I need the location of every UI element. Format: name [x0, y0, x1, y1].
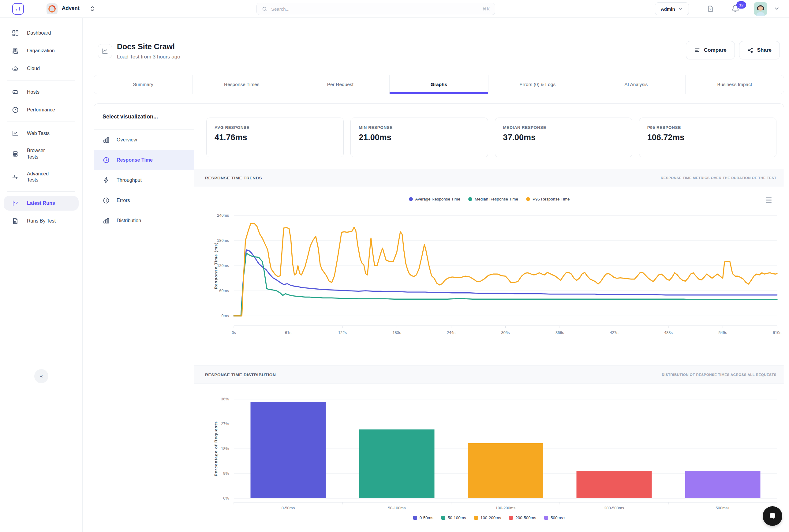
viz-item-throughput[interactable]: Throughput	[94, 170, 194, 190]
legend-swatch	[526, 197, 530, 201]
search-bar[interactable]: ⌘K	[256, 3, 495, 15]
metric-card-median: MEDIAN RESPONSE 37.00ms	[495, 117, 632, 157]
viz-item-overview[interactable]: Overview	[94, 130, 194, 150]
legend-swatch	[409, 197, 413, 201]
admin-dropdown[interactable]: Admin	[655, 2, 689, 15]
legend-item[interactable]: 500ms+	[544, 515, 565, 520]
tab-summary[interactable]: Summary	[94, 75, 193, 94]
distribution-legend: 0-50ms50-100ms100-200ms200-500ms500ms+	[194, 515, 784, 520]
tab-label: Summary	[133, 82, 153, 87]
help-button[interactable]: ?	[706, 4, 715, 14]
svg-text:0-50ms: 0-50ms	[282, 506, 295, 510]
legend-item[interactable]: 50-100ms	[441, 515, 466, 520]
sidebar-divider	[7, 121, 75, 122]
legend-label: 50-100ms	[448, 515, 466, 520]
metric-value: 106.72ms	[647, 133, 768, 142]
viz-item-errors[interactable]: Errors	[94, 190, 194, 211]
sidebar-item-hosts[interactable]: Hosts	[4, 85, 79, 99]
visualization-sidebar: Select visualization... Overview Respons…	[94, 104, 194, 532]
legend-item[interactable]: Average Response Time	[409, 197, 461, 202]
sidebar-collapse-button[interactable]: «	[34, 369, 49, 383]
zap-icon	[102, 177, 110, 184]
sidebar-item-browser-tests[interactable]: Browser Tests	[4, 144, 59, 164]
sidebar-divider	[7, 80, 75, 80]
share-label: Share	[757, 47, 772, 53]
legend-item[interactable]: 200-500ms	[509, 515, 536, 520]
metric-card-p95: P95 RESPONSE 106.72ms	[639, 117, 776, 157]
tab-label: Business Impact	[717, 82, 752, 87]
tab-ai-analysis[interactable]: AI Analysis	[587, 75, 686, 94]
metric-label: MEDIAN RESPONSE	[503, 125, 624, 130]
viz-item-label: Errors	[117, 198, 130, 203]
viz-item-response-time[interactable]: Response Time	[94, 150, 194, 170]
svg-text:27%: 27%	[221, 421, 229, 426]
page-header: Docs Site Crawl Load Test from 3 hours a…	[98, 40, 784, 71]
org-logo[interactable]	[46, 3, 58, 14]
sidebar-item-organization[interactable]: Organization	[4, 43, 79, 58]
bar-chart-icon	[102, 136, 110, 144]
svg-text:120ms: 120ms	[217, 263, 229, 268]
chat-fab-button[interactable]	[763, 506, 782, 526]
sidebar-item-advanced-tests[interactable]: Advanced Tests	[4, 167, 62, 187]
app-logo-icon[interactable]	[12, 3, 24, 15]
graphs-panel: Select visualization... Overview Respons…	[94, 103, 784, 532]
sidebar-item-web-tests[interactable]: Web Tests	[4, 126, 79, 141]
chart-menu-icon[interactable]	[765, 196, 773, 204]
metric-label: AVG RESPONSE	[214, 125, 335, 130]
section-title: RESPONSE TIME TRENDS	[205, 176, 262, 180]
svg-text:18%: 18%	[221, 446, 229, 451]
gauge-icon	[12, 106, 19, 114]
sidebar-item-label: Runs By Test	[27, 218, 56, 224]
legend-swatch	[544, 516, 548, 520]
svg-text:244s: 244s	[447, 330, 456, 335]
tab-graphs[interactable]: Graphs	[390, 75, 488, 94]
compare-icon	[694, 47, 700, 53]
svg-text:488s: 488s	[664, 330, 673, 335]
sidebar-item-label: Latest Runs	[27, 200, 55, 207]
svg-text:366s: 366s	[556, 330, 564, 335]
sidebar-item-label: Advanced Tests	[27, 171, 55, 184]
legend-item[interactable]: Median Response Time	[468, 197, 518, 202]
sidebar-item-cloud[interactable]: Cloud	[4, 61, 79, 76]
sidebar-item-label: Cloud	[27, 65, 40, 72]
user-menu-chevron-icon[interactable]	[774, 5, 780, 13]
share-button[interactable]: Share	[739, 41, 780, 59]
tab-business-impact[interactable]: Business Impact	[686, 75, 784, 94]
legend-label: 100-200ms	[481, 515, 501, 520]
legend-item[interactable]: 0-50ms	[413, 515, 434, 520]
sidebar-item-dashboard[interactable]: Dashboard	[4, 26, 79, 40]
svg-text:100-200ms: 100-200ms	[496, 506, 516, 510]
sidebar-item-label: Hosts	[27, 89, 39, 95]
tab-per-request[interactable]: Per Request	[291, 75, 390, 94]
search-icon	[262, 6, 268, 12]
sidebar-item-performance[interactable]: Performance	[4, 102, 79, 117]
compare-button[interactable]: Compare	[686, 41, 735, 59]
sidebar-item-latest-runs[interactable]: Latest Runs	[4, 196, 79, 211]
search-input[interactable]	[271, 6, 482, 12]
avatar[interactable]	[754, 2, 767, 16]
sidebar-item-label: Web Tests	[27, 130, 50, 137]
metric-value: 21.00ms	[359, 133, 480, 142]
collapse-icon: «	[40, 373, 42, 379]
metric-label: MIN RESPONSE	[359, 125, 480, 130]
svg-text:50-100ms: 50-100ms	[388, 506, 406, 510]
org-switcher-icon[interactable]	[89, 5, 96, 14]
tab-response-times[interactable]: Response Times	[193, 75, 291, 94]
viz-item-distribution[interactable]: Distribution	[94, 211, 194, 231]
browser-icon	[12, 150, 19, 158]
tab-bar: Summary Response Times Per Request Graph…	[94, 75, 784, 94]
legend-item[interactable]: 100-200ms	[474, 515, 501, 520]
metric-value: 37.00ms	[503, 133, 624, 142]
sidebar-item-runs-by-test[interactable]: Runs By Test	[4, 214, 79, 228]
sidebar-divider	[7, 191, 75, 192]
legend-swatch	[509, 516, 513, 520]
legend-item[interactable]: P95 Response Time	[526, 197, 570, 202]
svg-text:Response Time (ms): Response Time (ms)	[214, 242, 218, 289]
tab-errors-logs[interactable]: Errors (0) & Logs	[488, 75, 587, 94]
compare-label: Compare	[704, 47, 727, 53]
tab-label: Response Times	[224, 82, 259, 87]
org-name: Advent	[62, 5, 80, 11]
legend-swatch	[474, 516, 478, 520]
viz-item-label: Throughput	[117, 177, 142, 183]
legend-label: Average Response Time	[415, 197, 461, 202]
